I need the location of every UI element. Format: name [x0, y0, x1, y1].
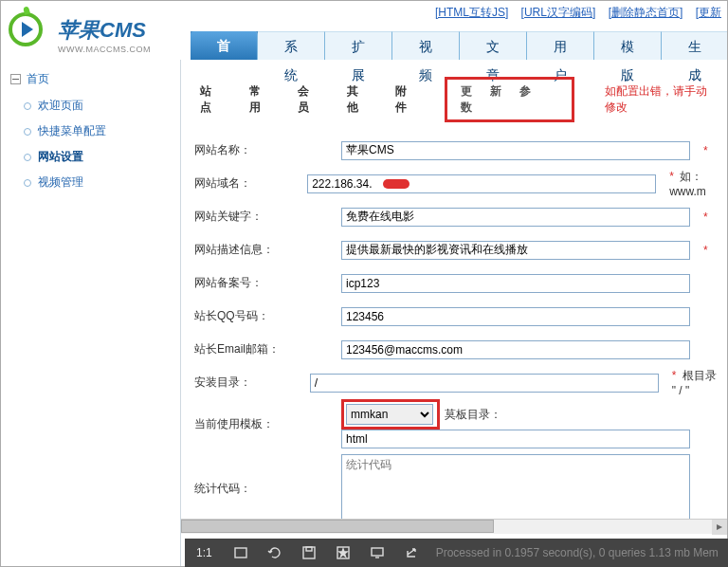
svg-rect-1: [303, 547, 315, 558]
collapse-icon: [10, 74, 21, 84]
nav-system[interactable]: 系统: [258, 31, 325, 60]
row-email: 站长Email邮箱：: [185, 333, 723, 366]
required-star: *: [692, 210, 708, 224]
monitor-icon[interactable]: [360, 539, 394, 567]
row-description: 网站描述信息： *: [185, 233, 723, 266]
input-qq[interactable]: [341, 307, 690, 326]
label-installdir: 安装目录：: [185, 375, 310, 391]
row-icp: 网站备案号：: [185, 266, 723, 300]
sidebar-item-videomanage[interactable]: 视频管理: [1, 170, 180, 195]
label-template: 当前使用模板：: [185, 416, 341, 432]
nav-home[interactable]: 首页: [191, 31, 258, 60]
input-installdir[interactable]: [310, 374, 659, 393]
sidebar-item-welcome[interactable]: 欢迎页面: [1, 93, 180, 119]
fit-window-icon[interactable]: [224, 539, 258, 567]
select-template[interactable]: mmkan: [346, 404, 433, 425]
sidebar: 首页 欢迎页面 快捷菜单配置 网站设置 视频管理: [1, 60, 181, 566]
label-icp: 网站备案号：: [185, 275, 341, 291]
subtab-other[interactable]: 其他: [347, 83, 370, 116]
input-domain[interactable]: [307, 174, 656, 193]
nav-template[interactable]: 模版: [594, 31, 662, 60]
label-stats: 统计代码：: [185, 454, 341, 497]
svg-rect-2: [306, 547, 312, 551]
sidebar-parent-home[interactable]: 首页: [1, 65, 180, 93]
required-star: * 根目录 " / ": [661, 368, 723, 397]
bullet-icon: [24, 102, 31, 110]
zoom-ratio: 1:1: [185, 546, 224, 559]
status-bar: 1:1 Processed in 0.1957 second(s), 0 que…: [185, 539, 728, 567]
content-area: 站点 常用 会员 其他 附件 更 新 参 数 如配置出错，请手动修改 网站名称：…: [181, 60, 727, 566]
refresh-icon[interactable]: [258, 539, 292, 567]
input-keywords[interactable]: [341, 208, 690, 227]
svg-rect-0: [235, 548, 246, 558]
row-domain: 网站域名： * 如：www.m: [185, 167, 723, 200]
label-qq: 站长QQ号码：: [185, 308, 341, 324]
input-email[interactable]: [341, 340, 690, 359]
nav-user[interactable]: 用户: [527, 31, 594, 60]
scrollbar-arrow-right-icon[interactable]: ▸: [712, 520, 727, 535]
sidebar-item-quickmenu[interactable]: 快捷菜单配置: [1, 119, 180, 144]
bullet-icon: [24, 179, 31, 187]
link-update[interactable]: [更新: [696, 6, 721, 19]
required-star: *: [692, 244, 708, 257]
settings-form: 网站名称： * 网站域名： * 如：www.m 网站关键字： * 网站描述信息：: [181, 134, 727, 566]
bullet-icon: [24, 154, 31, 161]
nav-video[interactable]: 视频: [392, 31, 460, 60]
subtab-member[interactable]: 会员: [298, 83, 320, 116]
input-icp[interactable]: [341, 274, 690, 293]
sub-tabs: 站点 常用 会员 其他 附件 更 新 参 数 如配置出错，请手动修改: [181, 60, 727, 134]
label-description: 网站描述信息：: [185, 242, 341, 258]
horizontal-scrollbar[interactable]: ▸: [181, 519, 727, 534]
config-warning: 如配置出错，请手动修改: [605, 83, 718, 116]
link-delstatic[interactable]: [删除静态首页]: [609, 6, 683, 19]
row-qq: 站长QQ号码：: [185, 300, 723, 333]
template-select-highlight: mmkan: [341, 399, 440, 430]
svg-rect-4: [372, 548, 383, 556]
redacted-icon: [383, 179, 410, 189]
row-keywords: 网站关键字： *: [185, 200, 723, 233]
logo: 苹果CMS WWW.MACCMS.COM: [9, 9, 43, 46]
sidebar-item-label: 视频管理: [38, 174, 83, 191]
required-star: *: [692, 144, 708, 157]
label-domain: 网站域名：: [185, 175, 307, 192]
input-sitename[interactable]: [341, 141, 690, 160]
sidebar-item-label: 快捷菜单配置: [38, 123, 106, 139]
scrollbar-thumb[interactable]: [181, 520, 494, 533]
input-templatedir[interactable]: [341, 430, 690, 448]
row-sitename: 网站名称： *: [185, 134, 723, 167]
label-email: 站长Email邮箱：: [185, 341, 341, 357]
subtab-common[interactable]: 常用: [249, 83, 272, 116]
link-html2js[interactable]: [HTML互转JS]: [435, 6, 508, 19]
logo-text-en: WWW.MACCMS.COM: [58, 45, 151, 54]
logo-text-cn: 苹果CMS: [58, 16, 151, 45]
label-keywords: 网站关键字：: [185, 209, 341, 225]
process-info: Processed in 0.1957 second(s), 0 queries…: [436, 546, 719, 559]
textarea-stats[interactable]: [341, 454, 690, 528]
subtab-attach[interactable]: 附件: [395, 83, 418, 116]
label-sitename: 网站名称：: [185, 142, 341, 158]
bullet-icon: [24, 128, 31, 136]
input-description[interactable]: [341, 241, 690, 260]
top-links: [HTML互转JS] [URL汉字编码] [删除静态首页] [更新: [426, 5, 721, 21]
save-icon[interactable]: [292, 539, 326, 567]
link-urlencode[interactable]: [URL汉字编码]: [521, 6, 596, 19]
update-params-button[interactable]: 更 新 参 数: [445, 77, 574, 122]
label-templatedir: 莫板目录：: [445, 408, 501, 421]
row-installdir: 安装目录： * 根目录 " / ": [185, 366, 723, 399]
subtab-site[interactable]: 站点: [200, 83, 223, 116]
sidebar-item-label: 欢迎页面: [38, 98, 83, 114]
nav-generate[interactable]: 生成: [662, 31, 728, 60]
sidebar-item-sitesettings[interactable]: 网站设置: [1, 144, 180, 170]
required-star: * 如：www.m: [658, 169, 723, 198]
main-nav: 首页 系统 扩展 视频 文章 用户 模版 生成: [191, 31, 727, 60]
row-template: 当前使用模板： mmkan 莫板目录：: [185, 399, 723, 448]
nav-article[interactable]: 文章: [460, 31, 527, 60]
sidebar-parent-label: 首页: [27, 71, 49, 87]
nav-extend[interactable]: 扩展: [325, 31, 392, 60]
star-icon[interactable]: [326, 539, 360, 567]
sidebar-item-label: 网站设置: [38, 149, 83, 165]
share-icon[interactable]: [394, 539, 428, 567]
